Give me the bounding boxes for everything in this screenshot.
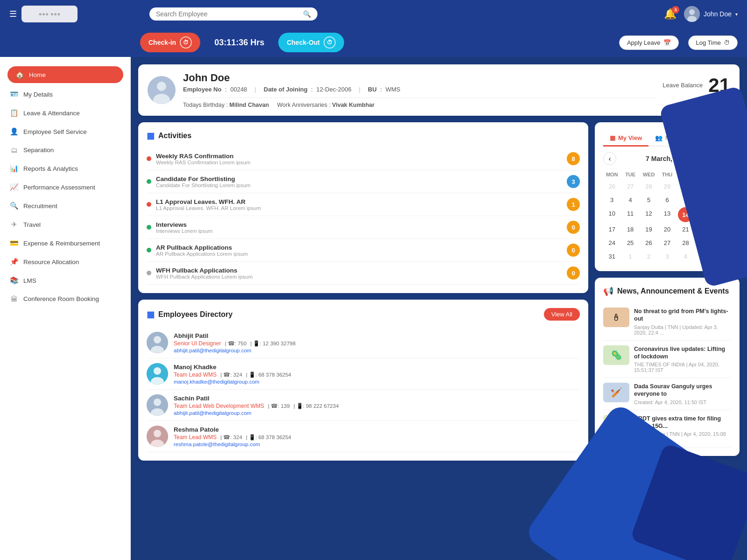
cal-cell[interactable]: 15 xyxy=(695,207,712,222)
apply-leave-button[interactable]: Apply Leave 📅 xyxy=(619,35,679,50)
cal-cell[interactable]: 20 xyxy=(658,223,676,236)
more-link[interactable]: More >> xyxy=(708,98,730,105)
cal-cell[interactable]: 17 xyxy=(603,223,620,236)
cal-cell[interactable]: 25 xyxy=(621,237,639,249)
cal-cell[interactable]: 3 xyxy=(658,250,676,263)
calendar-title: 7 March, 2020 xyxy=(646,155,689,162)
cal-cell[interactable]: 19 xyxy=(640,223,657,236)
sidebar-item-resource-allocation[interactable]: 📌 Resource Allocation xyxy=(0,252,131,271)
sidebar-item-my-details[interactable]: 🪪 My Details xyxy=(0,85,131,104)
sidebar-reports-analytics-label: Reports & Analytics xyxy=(23,165,78,172)
checkout-button[interactable]: Check-Out ⏱ xyxy=(278,33,344,52)
hamburger-menu-icon[interactable]: ☰ xyxy=(9,9,17,19)
sidebar-item-travel[interactable]: ✈ Travel xyxy=(0,215,131,234)
cal-cell[interactable]: 29 xyxy=(658,180,676,193)
cal-cell-today[interactable]: 14 xyxy=(678,207,693,222)
activity-badge: 8 xyxy=(567,152,580,165)
log-time-button[interactable]: Log Time ⏱ xyxy=(688,35,738,50)
activity-item[interactable]: Weekly RAS Confirmation Weekly RAS Confi… xyxy=(147,147,580,170)
cal-cell[interactable]: 29 xyxy=(695,237,712,249)
cal-cell[interactable]: 9 xyxy=(714,194,731,206)
cal-cell[interactable]: 13 xyxy=(658,207,676,222)
cal-cell[interactable]: 5 xyxy=(640,194,657,206)
tab-my-view[interactable]: ▦ My View xyxy=(603,131,648,147)
cal-cell[interactable]: 24 xyxy=(603,237,620,249)
doj-label: Date of Joining xyxy=(264,86,308,93)
directory-item[interactable]: Manoj Khadke Team Lead WMS | ☎: 324 | 📱:… xyxy=(147,358,580,390)
sidebar-item-leave-attendance[interactable]: 📋 Leave & Attendance xyxy=(0,104,131,122)
cal-cell[interactable]: 1 xyxy=(621,250,639,263)
prev-month-button[interactable]: ‹ xyxy=(603,152,616,165)
news-item[interactable]: 🕯 No threat to grid from PM's lights-out… xyxy=(603,303,731,341)
sidebar-item-conference-room[interactable]: 🏛 Conference Room Booking xyxy=(0,290,131,308)
dir-contact: Team Lead WMS | ☎: 324 | 📱: 68 378 36254 xyxy=(174,371,580,378)
view-all-button[interactable]: View All xyxy=(544,308,580,321)
directory-item[interactable]: Abhijit Patil Senior UI Designer | ☎: 75… xyxy=(147,327,580,358)
cal-cell[interactable]: 4 xyxy=(621,194,639,206)
cal-cell[interactable]: 6 xyxy=(658,194,676,206)
activity-item[interactable]: L1 Approval Leaves. WFH. AR L1 Approval … xyxy=(147,193,580,216)
cal-cell[interactable]: 1 xyxy=(695,180,712,193)
cal-cell[interactable]: 30 xyxy=(714,237,731,249)
conference-room-icon: 🏛 xyxy=(9,295,19,303)
dir-name: Sachin Patil xyxy=(174,395,580,402)
cal-cell[interactable]: 6 xyxy=(714,250,731,263)
cal-cell[interactable]: 27 xyxy=(658,237,676,249)
activity-dot xyxy=(147,225,151,230)
cal-cell[interactable]: 16 xyxy=(714,207,731,222)
news-item[interactable]: 🦠 Coronavirus live updates: Lifting of l… xyxy=(603,341,731,378)
cal-cell[interactable]: 2 xyxy=(714,180,731,193)
cal-cell[interactable]: 10 xyxy=(603,207,620,222)
sidebar-item-lms[interactable]: 📚 LMS xyxy=(0,271,131,290)
recruitment-icon: 🔍 xyxy=(9,202,19,210)
cal-cell[interactable]: 27 xyxy=(621,180,639,193)
sidebar-item-home[interactable]: 🏠 Home xyxy=(7,66,123,83)
cal-cell[interactable]: 28 xyxy=(640,180,657,193)
news-meta: THE TIMES OF INDIA | Apr 04, 2020, 15:51… xyxy=(634,362,731,373)
cal-cell[interactable]: 22 xyxy=(695,223,712,236)
cal-cell[interactable]: 2 xyxy=(640,250,657,263)
activity-item[interactable]: WFH Pullback Applications WFH Pullback A… xyxy=(147,262,580,285)
cal-cell[interactable]: 31 xyxy=(603,250,620,263)
cal-cell[interactable]: 18 xyxy=(621,223,639,236)
next-month-button[interactable]: › xyxy=(718,152,731,165)
directory-item[interactable]: Reshma Patole Team Lead WMS | ☎: 324 | 📱… xyxy=(147,421,580,452)
tab-my-team[interactable]: 👥 My Team xyxy=(648,131,697,147)
sidebar-item-expense-reimbursement[interactable]: 💳 Expense & Reimbursement xyxy=(0,234,131,252)
cal-cell[interactable]: 26 xyxy=(640,237,657,249)
notification-button[interactable]: 🔔 3 xyxy=(664,8,677,20)
activity-item[interactable]: Candidate For Shortlisting Candidate For… xyxy=(147,170,580,193)
calendar-grid: MON TUE WED THU FRI SAT SUN 26 27 28 29 xyxy=(603,170,731,263)
user-profile[interactable]: John Doe ▾ xyxy=(684,6,738,22)
birthday-name: Milind Chavan xyxy=(229,102,269,108)
sidebar-item-employee-self-service[interactable]: 👤 Employee Self Service xyxy=(0,122,131,141)
dir-name: Manoj Khadke xyxy=(174,364,580,371)
cal-cell[interactable]: 12 xyxy=(640,207,657,222)
activity-item[interactable]: AR Pullback Applications AR Pullback App… xyxy=(147,239,580,262)
sidebar-item-reports-analytics[interactable]: 📊 Reports & Analytics xyxy=(0,159,131,178)
sidebar-conference-room-label: Conference Room Booking xyxy=(23,295,99,302)
news-item[interactable]: 🏏 Dada Sourav Ganguly urges everyone to … xyxy=(603,378,731,410)
directory-item[interactable]: Sachin Patil Team Lead Web Development W… xyxy=(147,390,580,421)
cal-cell[interactable]: 7 xyxy=(677,194,694,206)
cal-cell[interactable]: 26 xyxy=(603,180,620,193)
cal-cell[interactable]: 30 xyxy=(677,180,694,193)
cal-cell[interactable]: 4 xyxy=(677,250,694,263)
cal-cell[interactable]: 11 xyxy=(621,207,639,222)
news-item[interactable]: 📋 CBDT gives extra time for filing forms… xyxy=(603,410,731,448)
news-title: 📢 News, Announcement & Events xyxy=(603,286,731,296)
search-input[interactable] xyxy=(156,10,299,18)
sidebar-item-separation[interactable]: 🗂 Separation xyxy=(0,141,131,159)
cal-cell[interactable]: 28 xyxy=(677,237,694,249)
directory-icon: ▦ xyxy=(147,309,155,320)
activity-dot xyxy=(147,248,151,252)
sidebar-item-recruitment[interactable]: 🔍 Recruitment xyxy=(0,196,131,215)
activity-item[interactable]: Interviews Interviews Lorem ipsum 0 xyxy=(147,216,580,239)
cal-cell[interactable]: 21 xyxy=(677,223,694,236)
cal-cell[interactable]: 23 xyxy=(714,223,731,236)
cal-cell[interactable]: 8 xyxy=(695,194,712,206)
cal-cell[interactable]: 3 xyxy=(603,194,620,206)
checkin-button[interactable]: Check-in ⏱ xyxy=(140,33,200,52)
sidebar-item-performance-assessment[interactable]: 📈 Performance Assessment xyxy=(0,178,131,196)
cal-cell[interactable]: 5 xyxy=(695,250,712,263)
